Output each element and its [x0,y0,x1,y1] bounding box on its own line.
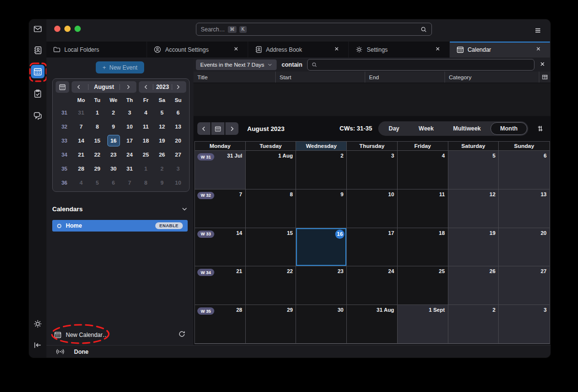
column-picker-button[interactable] [539,72,550,83]
previous-period-button[interactable] [197,122,210,135]
tab-local-folders[interactable]: Local Folders [46,42,147,58]
event-list-empty[interactable] [193,83,550,116]
day-cell[interactable]: 30 [296,305,347,344]
day-cell[interactable]: 24 [347,266,398,305]
calendars-section-header[interactable]: Calendars [52,205,188,213]
global-search-bar[interactable]: Search… ⌘ K [196,23,432,36]
mini-day[interactable]: 7 [123,177,136,189]
mini-day[interactable]: 24 [123,149,136,160]
close-tab-button[interactable] [435,46,443,54]
day-cell[interactable]: 9 [296,189,347,228]
close-tab-button[interactable] [334,46,341,54]
day-cell[interactable]: 26 [448,266,499,305]
event-filter-dropdown[interactable]: Events in the Next 7 Days [196,59,277,70]
day-cell[interactable]: 23 [296,266,347,305]
mini-day[interactable]: 18 [139,135,152,146]
collapse-spaces-button[interactable] [31,338,44,352]
day-cell[interactable]: 6 [499,151,549,189]
settings-space-button[interactable] [31,317,44,331]
tasks-space-button[interactable] [31,87,44,101]
view-tab[interactable]: Multiweek [444,122,490,135]
next-year-button[interactable] [175,84,182,90]
prev-year-button[interactable] [143,84,150,90]
day-cell[interactable]: 3 [347,151,398,189]
day-cell[interactable]: W 34 21 [195,266,246,305]
day-cell[interactable]: 20 [499,228,549,267]
next-month-button[interactable] [125,84,132,90]
close-tab-button[interactable] [535,46,543,54]
day-cell[interactable]: 1 Sept [398,305,448,344]
calendar-list-item-home[interactable]: Home ENABLE [52,220,188,232]
mini-day[interactable]: 10 [172,177,184,189]
mini-day[interactable]: 11 [139,121,152,132]
today-button[interactable] [211,122,224,135]
day-cell[interactable]: 29 [246,305,296,344]
chat-space-button[interactable] [31,109,44,122]
day-cell[interactable]: 4 [398,151,448,189]
tab-address-book[interactable]: Address Book [248,42,349,58]
zoom-window-button[interactable] [74,26,81,32]
mini-day[interactable]: 23 [107,149,120,160]
day-cell[interactable]: 22 [246,266,296,305]
mini-day[interactable]: 17 [123,135,136,146]
day-cell[interactable]: 19 [448,228,499,267]
mini-day[interactable]: 15 [91,135,104,146]
mini-day[interactable]: 19 [156,135,168,146]
mini-day[interactable]: 16 [107,135,120,146]
mini-day[interactable]: 6 [172,107,184,118]
day-cell[interactable]: 11 [398,189,448,228]
day-cell[interactable]: 10 [347,189,398,228]
mini-day[interactable]: 7 [75,121,88,132]
day-cell[interactable]: 18 [398,228,448,267]
view-tab[interactable]: Month [490,122,527,135]
mini-day[interactable]: 8 [91,121,104,132]
mini-day[interactable]: 2 [107,107,120,118]
mini-day[interactable]: 10 [123,121,136,132]
mini-day[interactable]: 29 [91,163,104,174]
day-cell[interactable]: 5 [448,151,499,189]
next-period-button[interactable] [225,122,238,135]
view-tab[interactable]: Week [409,122,444,135]
day-cell[interactable]: 1 Aug [246,151,296,189]
enable-badge[interactable]: ENABLE [155,222,183,229]
mini-day[interactable]: 3 [123,107,136,118]
event-search-box[interactable] [307,59,534,71]
mini-calendar-today-button[interactable] [56,81,69,93]
address-book-space-button[interactable] [31,44,44,57]
day-cell[interactable]: 17 [347,228,398,267]
mini-day[interactable]: 5 [91,177,104,189]
prev-month-button[interactable] [76,84,83,90]
app-menu-button[interactable] [531,25,545,36]
mini-day[interactable]: 27 [172,149,184,160]
calendar-space-button[interactable] [31,65,44,78]
mini-day[interactable]: 25 [139,149,152,160]
new-calendar-button[interactable]: New Calendar… [54,331,108,338]
mini-day[interactable]: 9 [107,121,120,132]
mini-day[interactable]: 26 [156,149,168,160]
mini-day[interactable]: 13 [172,121,184,132]
day-cell[interactable]: W 35 28 [195,305,246,344]
view-tab[interactable]: Day [379,122,409,135]
close-window-button[interactable] [54,26,60,32]
day-cell[interactable]: 31 Aug [347,305,398,344]
close-filter-button[interactable] [539,60,548,69]
mini-day[interactable]: 28 [75,163,88,174]
mini-day[interactable]: 1 [91,107,104,118]
column-header[interactable]: End [365,72,445,83]
mini-day[interactable]: 1 [139,163,152,174]
mini-day[interactable]: 9 [156,177,168,189]
mini-day[interactable]: 22 [91,149,104,160]
day-cell[interactable]: 2 [296,151,347,189]
day-cell[interactable]: W 33 14 [195,228,246,267]
mini-day[interactable]: 4 [75,177,88,189]
day-cell[interactable]: W 32 7 [195,189,246,228]
mini-day[interactable]: 14 [75,135,88,146]
mini-day[interactable]: 30 [107,163,120,174]
mini-day[interactable]: 3 [172,163,184,174]
day-cell[interactable]: W 31 31 Jul [195,151,246,189]
tab-settings[interactable]: Settings [349,42,449,58]
sync-calendars-button[interactable] [178,330,187,339]
mini-day[interactable]: 5 [156,107,168,118]
column-header[interactable]: Category [445,72,539,83]
day-cell[interactable]: 16 [296,228,347,267]
